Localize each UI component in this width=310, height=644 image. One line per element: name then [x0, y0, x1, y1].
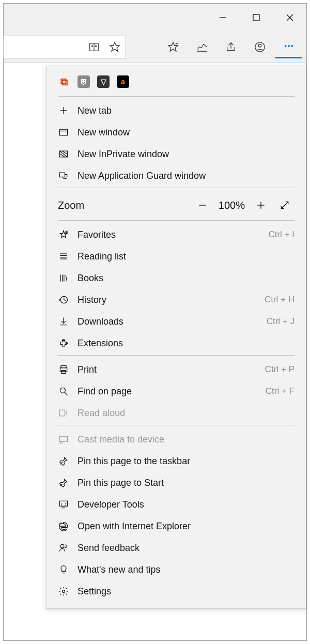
devtools-icon [58, 499, 69, 510]
menu-item-label: Settings [78, 586, 295, 597]
svg-line-49 [65, 393, 68, 395]
toolbar [4, 32, 306, 63]
cast-icon [58, 434, 69, 445]
profile-icon[interactable] [246, 36, 273, 58]
svg-line-39 [66, 275, 67, 282]
menu-item-new-window[interactable]: New window [47, 121, 306, 143]
menu-item-label: Favorites [78, 229, 260, 240]
menu-item-history[interactable]: History Ctrl + H [47, 289, 306, 311]
svg-rect-47 [61, 371, 66, 374]
menu-item-label: What's new and tips [78, 564, 295, 575]
svg-rect-50 [60, 410, 65, 416]
menu-item-inprivate[interactable]: New InPrivate window [47, 143, 306, 165]
more-menu: ⧉ ⛨ ▽ a New tab New window New InPrivate… [46, 66, 306, 609]
menu-divider [58, 96, 295, 97]
menu-item-find[interactable]: Find on page Ctrl + F [47, 380, 306, 402]
window-icon [58, 127, 69, 138]
share-icon[interactable] [218, 36, 244, 58]
menu-item-label: New Application Guard window [78, 171, 295, 181]
extension-ublock-icon[interactable]: ⛨ [78, 75, 90, 88]
svg-rect-51 [60, 436, 68, 441]
menu-item-pin-taskbar[interactable]: Pin this page to the taskbar [47, 450, 306, 472]
download-icon [58, 316, 69, 327]
pin-icon [58, 455, 69, 467]
reading-view-icon[interactable] [86, 36, 102, 58]
menu-item-read-aloud: Read aloud [47, 402, 306, 424]
svg-rect-1 [253, 14, 259, 21]
history-icon [58, 294, 69, 305]
menu-item-reading-list[interactable]: Reading list [47, 246, 306, 267]
menu-item-books[interactable]: Books [47, 267, 306, 289]
zoom-in-button[interactable] [251, 195, 271, 215]
pin-icon [58, 477, 69, 488]
minimize-button[interactable] [206, 4, 239, 32]
svg-point-56 [60, 544, 64, 548]
menu-item-label: History [78, 295, 256, 305]
title-bar [4, 4, 306, 32]
print-icon [58, 364, 69, 375]
menu-item-settings[interactable]: Settings [47, 580, 306, 602]
menu-item-new-tab[interactable]: New tab [47, 100, 306, 121]
read-aloud-icon [58, 407, 69, 419]
svg-point-19 [291, 45, 293, 47]
menu-item-devtools[interactable]: Developer Tools [47, 494, 306, 515]
inprivate-icon [58, 148, 69, 160]
menu-item-label: Extensions [78, 338, 295, 349]
menu-item-label: Open with Internet Explorer [78, 521, 295, 532]
books-icon [58, 272, 69, 284]
menu-item-feedback[interactable]: Send feedback [47, 537, 306, 559]
svg-point-48 [60, 388, 65, 393]
maximize-button[interactable] [239, 4, 273, 32]
extension-pocket-icon[interactable]: ▽ [97, 75, 110, 88]
zoom-out-button[interactable] [193, 195, 212, 215]
menu-item-label: New tab [78, 105, 295, 116]
close-button[interactable] [273, 4, 306, 32]
menu-divider [58, 355, 295, 356]
menu-item-pin-start[interactable]: Pin this page to Start [47, 472, 306, 494]
fullscreen-button[interactable] [275, 195, 295, 215]
zoom-value: 100% [219, 200, 245, 211]
search-icon [58, 386, 69, 397]
plus-icon [58, 105, 69, 116]
ie-icon [58, 520, 69, 532]
bulb-icon [58, 564, 69, 575]
svg-marker-10 [110, 42, 119, 51]
browser-window: ⧉ ⛨ ▽ a New tab New window New InPrivate… [3, 3, 307, 641]
extension-amazon-icon[interactable]: a [117, 75, 129, 88]
menu-item-label: Read aloud [78, 408, 295, 419]
puzzle-icon [58, 338, 69, 349]
feedback-icon [58, 542, 69, 554]
menu-divider [58, 188, 295, 188]
menu-item-shortcut: Ctrl + F [266, 386, 295, 396]
menu-item-cast: Cast media to device [47, 428, 306, 450]
menu-item-label: Print [78, 364, 257, 375]
extension-row: ⧉ ⛨ ▽ a [47, 66, 306, 95]
svg-point-16 [258, 44, 261, 47]
menu-item-downloads[interactable]: Downloads Ctrl + J [47, 311, 306, 332]
favorite-star-icon[interactable] [107, 36, 122, 58]
gear-icon [58, 586, 69, 597]
menu-item-app-guard[interactable]: New Application Guard window [47, 165, 306, 187]
svg-point-18 [288, 45, 290, 47]
menu-item-print[interactable]: Print Ctrl + P [47, 359, 306, 380]
menu-item-open-ie[interactable]: Open with Internet Explorer [47, 515, 306, 537]
extension-office-icon[interactable]: ⧉ [58, 75, 70, 88]
menu-item-extensions[interactable]: Extensions [47, 332, 306, 354]
menu-item-label: Downloads [78, 316, 258, 327]
menu-item-shortcut: Ctrl + H [265, 295, 295, 305]
menu-item-whatsnew[interactable]: What's new and tips [47, 559, 306, 580]
svg-rect-22 [60, 129, 68, 135]
zoom-label: Zoom [58, 200, 189, 211]
menu-item-label: Send feedback [78, 543, 295, 554]
notes-icon[interactable] [189, 36, 215, 58]
menu-item-label: Pin this page to the taskbar [78, 456, 295, 467]
menu-item-label: New window [78, 127, 295, 138]
menu-item-shortcut: Ctrl + J [267, 316, 295, 327]
svg-marker-29 [60, 231, 67, 238]
menu-item-favorites[interactable]: Favorites Ctrl + I [47, 224, 306, 246]
more-menu-button[interactable] [275, 36, 302, 58]
address-bar[interactable] [3, 36, 126, 58]
favorites-hub-icon[interactable] [160, 36, 187, 58]
menu-item-label: Books [78, 273, 295, 284]
svg-point-58 [63, 590, 65, 593]
